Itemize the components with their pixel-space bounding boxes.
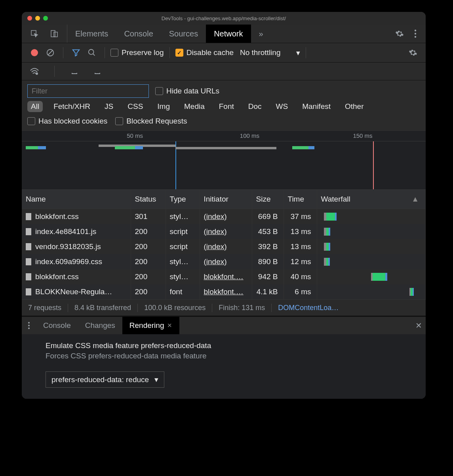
timeline-tick: 100 ms — [240, 132, 259, 139]
minimize-window-icon[interactable] — [35, 16, 40, 21]
tab-sources[interactable]: Sources — [161, 25, 206, 43]
svg-point-11 — [28, 327, 30, 329]
preserve-log-label: Preserve log — [122, 48, 164, 57]
network-toolbar-2 — [22, 63, 426, 80]
initiator-link[interactable]: blokkfont.… — [204, 288, 244, 296]
file-icon — [26, 258, 31, 265]
import-har-icon[interactable] — [67, 64, 82, 78]
rendering-panel: Emulate CSS media feature prefers-reduce… — [22, 334, 426, 399]
emulation-title: Emulate CSS media feature prefers-reduce… — [46, 341, 402, 350]
svg-rect-2 — [54, 32, 57, 37]
device-toolbar-icon[interactable] — [47, 27, 61, 41]
tabs-overflow[interactable]: » — [251, 25, 271, 43]
traffic-lights — [22, 16, 48, 21]
drawer-tab-console[interactable]: Console — [36, 317, 78, 334]
svg-point-7 — [89, 50, 94, 55]
titlebar: DevTools - gui-challenges.web.app/media-… — [22, 12, 426, 25]
timeline-tick: 150 ms — [353, 132, 372, 139]
drawer-tab-rendering[interactable]: Rendering ✕ — [122, 317, 180, 334]
preserve-log-checkbox[interactable]: Preserve log — [110, 48, 164, 57]
initiator-link[interactable]: (index) — [204, 227, 227, 236]
timeline-tick: 50 ms — [127, 132, 143, 139]
resource-type-filters: All Fetch/XHR JS CSS Img Media Font Doc … — [22, 98, 426, 115]
chip-manifest[interactable]: Manifest — [299, 101, 334, 112]
emulation-subtitle: Forces CSS prefers-reduced-data media fe… — [46, 352, 402, 360]
clear-icon[interactable] — [43, 46, 57, 60]
svg-point-5 — [415, 36, 416, 38]
chip-font[interactable]: Font — [215, 101, 238, 112]
status-domcontentloaded: DOMContentLoa… — [272, 304, 345, 312]
chip-other[interactable]: Other — [341, 101, 367, 112]
blocked-filter-row: Has blocked cookies Blocked Requests — [22, 115, 426, 130]
table-row[interactable]: vendor.93182035.js200script(index)392 B1… — [22, 239, 426, 254]
inspect-element-icon[interactable] — [27, 27, 42, 41]
table-row[interactable]: blokkfont.css301styl…(index)669 B37 ms — [22, 209, 426, 225]
filter-input[interactable] — [27, 84, 149, 98]
tab-network[interactable]: Network — [206, 25, 251, 43]
chip-media[interactable]: Media — [181, 101, 208, 112]
file-icon — [26, 213, 31, 220]
chip-css[interactable]: CSS — [124, 101, 147, 112]
close-window-icon[interactable] — [27, 16, 32, 21]
table-row[interactable]: index.4e884101.js200script(index)453 B13… — [22, 224, 426, 239]
network-settings-gear-icon[interactable] — [406, 46, 420, 60]
table-row[interactable]: index.609a9969.css200styl…(index)890 B12… — [22, 254, 426, 269]
export-har-icon[interactable] — [90, 64, 105, 78]
window-title: DevTools - gui-challenges.web.app/media-… — [22, 15, 426, 21]
col-type[interactable]: Type — [166, 190, 200, 209]
initiator-link[interactable]: (index) — [204, 242, 227, 251]
file-icon — [26, 228, 31, 235]
filter-row: Hide data URLs — [22, 80, 426, 98]
chip-all[interactable]: All — [27, 101, 43, 112]
status-requests: 7 requests — [22, 304, 68, 312]
col-name[interactable]: Name — [22, 190, 131, 209]
hide-data-urls-checkbox[interactable]: Hide data URLs — [155, 87, 219, 95]
request-table: Name Status Type Initiator Size Time Wat… — [22, 190, 426, 299]
network-status-bar: 7 requests 8.4 kB transferred 100.0 kB r… — [22, 299, 426, 316]
has-blocked-cookies-checkbox[interactable]: Has blocked cookies — [27, 117, 107, 126]
table-row[interactable]: blokkfont.css200styl…blokkfont.…942 B40 … — [22, 269, 426, 284]
initiator-link[interactable]: blokkfont.… — [204, 272, 244, 281]
kebab-menu-icon[interactable] — [408, 27, 423, 41]
chip-doc[interactable]: Doc — [245, 101, 265, 112]
col-initiator[interactable]: Initiator — [200, 190, 252, 209]
chip-fetch-xhr[interactable]: Fetch/XHR — [50, 101, 94, 112]
overview-timeline[interactable]: 50 ms 100 ms 150 ms — [22, 130, 426, 190]
chip-js[interactable]: JS — [101, 101, 117, 112]
disable-cache-checkbox[interactable]: Disable cache — [175, 48, 234, 57]
filter-funnel-icon[interactable] — [69, 46, 83, 60]
file-icon — [26, 288, 31, 295]
col-status[interactable]: Status — [131, 190, 166, 209]
maximize-window-icon[interactable] — [43, 16, 48, 21]
main-tabs: Elements Console Sources Network » — [22, 25, 426, 43]
record-button[interactable] — [27, 46, 42, 60]
network-conditions-icon[interactable] — [27, 64, 42, 78]
drawer-close-icon[interactable]: ✕ — [411, 318, 426, 333]
svg-point-9 — [28, 322, 30, 324]
table-row[interactable]: BLOKKNeue-Regula…200fontblokkfont.…4.1 k… — [22, 284, 426, 299]
throttling-dropdown[interactable]: No throttling ▾ — [240, 48, 300, 57]
tab-console[interactable]: Console — [116, 25, 161, 43]
initiator-link[interactable]: (index) — [204, 212, 227, 221]
settings-gear-icon[interactable] — [392, 27, 407, 41]
col-size[interactable]: Size — [252, 190, 284, 209]
file-icon — [26, 243, 31, 250]
status-resources: 100.0 kB resources — [138, 304, 212, 312]
col-waterfall[interactable]: Waterfall▲ — [317, 190, 426, 209]
drawer-tab-changes[interactable]: Changes — [78, 317, 122, 334]
svg-point-10 — [28, 325, 30, 326]
chip-img[interactable]: Img — [154, 101, 173, 112]
svg-point-8 — [36, 72, 38, 75]
close-tab-icon[interactable]: ✕ — [167, 322, 172, 329]
initiator-link[interactable]: (index) — [204, 257, 227, 266]
search-icon[interactable] — [85, 46, 99, 60]
blocked-requests-checkbox[interactable]: Blocked Requests — [115, 117, 187, 126]
tab-elements[interactable]: Elements — [67, 25, 116, 43]
status-finish: Finish: 131 ms — [212, 304, 272, 312]
svg-point-3 — [415, 30, 416, 31]
col-time[interactable]: Time — [284, 190, 317, 209]
drawer-kebab-icon[interactable] — [22, 318, 36, 333]
chevron-down-icon: ▾ — [154, 375, 158, 384]
prefers-reduced-data-select[interactable]: prefers-reduced-data: reduce ▾ — [46, 371, 164, 388]
chip-ws[interactable]: WS — [272, 101, 292, 112]
